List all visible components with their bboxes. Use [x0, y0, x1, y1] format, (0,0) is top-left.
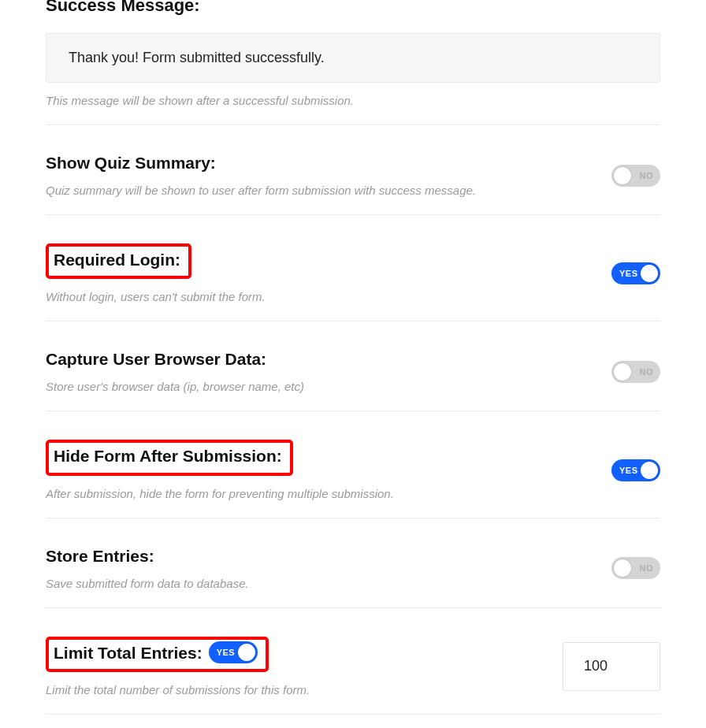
highlight-box: Hide Form After Submission:: [46, 440, 293, 475]
toggle-knob: [641, 265, 658, 282]
setting-capture-browser-data: Capture User Browser Data: Store user's …: [46, 321, 660, 411]
setting-title: Hide Form After Submission:: [54, 444, 282, 467]
toggle-knob: [641, 462, 658, 479]
setting-limit-total-entries: Limit Total Entries: YES Limit the total…: [46, 608, 660, 715]
toggle-limit-total-entries[interactable]: YES: [209, 641, 258, 663]
setting-help: Limit the total number of submissions fo…: [46, 683, 547, 696]
toggle-capture-browser-data[interactable]: NO: [611, 361, 660, 383]
toggle-label: YES: [619, 269, 638, 278]
success-message-help: This message will be shown after a succe…: [46, 94, 660, 107]
setting-store-entries: Store Entries: Save submitted form data …: [46, 518, 660, 608]
setting-required-login: Required Login: Without login, users can…: [46, 215, 660, 321]
limit-total-entries-input[interactable]: [563, 642, 660, 691]
toggle-label: NO: [640, 171, 654, 180]
highlight-box: Required Login:: [46, 243, 191, 279]
setting-help: Quiz summary will be shown to user after…: [46, 184, 596, 197]
toggle-knob: [238, 644, 255, 661]
setting-help: After submission, hide the form for prev…: [46, 487, 596, 500]
success-message-title: Success Message:: [46, 0, 660, 16]
toggle-required-login[interactable]: YES: [611, 262, 660, 284]
setting-title: Required Login:: [54, 248, 180, 271]
setting-count-views: Count views:: [46, 715, 660, 728]
setting-title: Capture User Browser Data:: [46, 350, 596, 369]
toggle-label: YES: [217, 647, 236, 659]
toggle-store-entries[interactable]: NO: [611, 557, 660, 579]
setting-title: Store Entries:: [46, 547, 596, 566]
toggle-knob: [614, 363, 631, 381]
highlight-box: Limit Total Entries: YES: [46, 637, 269, 672]
success-message-input[interactable]: Thank you! Form submitted successfully.: [46, 33, 660, 83]
toggle-label: NO: [640, 563, 654, 573]
setting-help: Save submitted form data to database.: [46, 577, 596, 590]
setting-title: Show Quiz Summary:: [46, 154, 596, 173]
toggle-label: YES: [619, 466, 638, 475]
toggle-label: NO: [640, 367, 654, 377]
setting-show-quiz-summary: Show Quiz Summary: Quiz summary will be …: [46, 125, 660, 215]
toggle-hide-form-after-submission[interactable]: YES: [611, 459, 660, 481]
setting-title: Limit Total Entries:: [54, 641, 203, 664]
toggle-knob: [614, 559, 631, 577]
setting-help: Without login, users can't submit the fo…: [46, 290, 596, 303]
success-message-section: Success Message: Thank you! Form submitt…: [46, 0, 660, 125]
toggle-knob: [614, 167, 631, 184]
setting-hide-form-after-submission: Hide Form After Submission: After submis…: [46, 411, 660, 518]
toggle-show-quiz-summary[interactable]: NO: [611, 165, 660, 187]
setting-help: Store user's browser data (ip, browser n…: [46, 380, 596, 393]
